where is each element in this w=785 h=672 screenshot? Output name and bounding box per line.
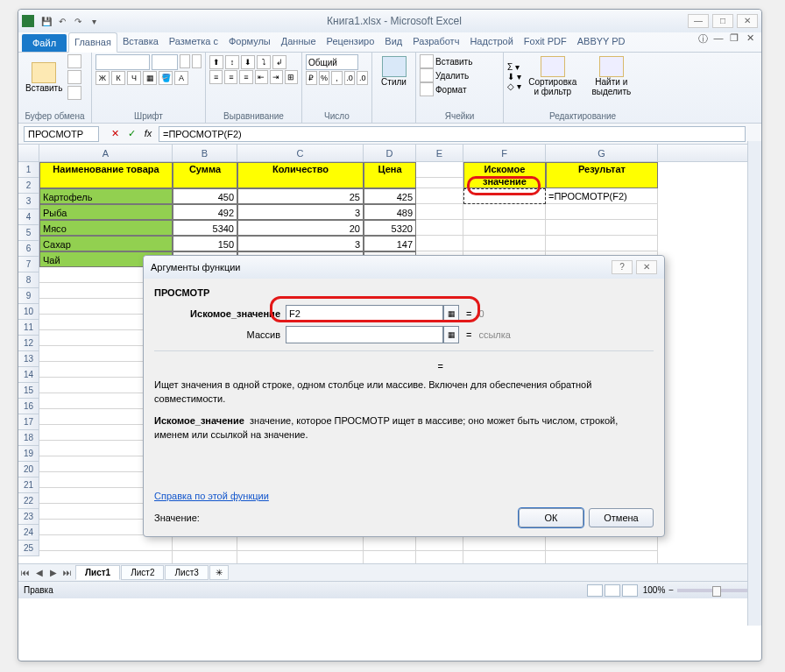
cell[interactable] [237,535,364,551]
col-header[interactable]: C [237,145,364,161]
tab-developer[interactable]: Разработч [407,32,464,52]
clear-icon[interactable]: ◇ ▾ [507,81,521,91]
cell[interactable]: Мясо [39,220,173,236]
cell[interactable]: 489 [364,204,416,220]
undo-icon[interactable]: ↶ [55,14,69,28]
col-header[interactable]: F [463,145,546,161]
italic-button[interactable]: К [111,71,125,85]
help-link[interactable]: Справка по этой функции [154,491,269,501]
cell[interactable]: 20 [237,220,364,236]
cell[interactable]: Количество [237,162,364,188]
row-header[interactable]: 3 [18,194,39,209]
normal-view-icon[interactable] [587,584,603,597]
cell[interactable]: =ПРОСМОТР(F2) [546,188,658,204]
ribbon-help-icon[interactable]: ⓘ [695,32,711,52]
border-button[interactable]: ▦ [143,71,157,85]
comma-icon[interactable]: , [331,71,343,85]
align-left-icon[interactable]: ≡ [209,70,223,84]
cell[interactable] [463,551,546,563]
col-header[interactable]: E [416,145,463,161]
zoom-slider[interactable] [677,589,747,592]
cell[interactable] [173,551,237,563]
formula-bar[interactable]: =ПРОСМОТР(F2) [159,126,746,142]
autosum-icon[interactable]: Σ ▾ [507,62,521,72]
ribbon-min-icon[interactable]: — [711,32,726,52]
cell[interactable] [546,236,658,251]
cell[interactable]: Цена [364,162,416,188]
vertical-scrollbar[interactable] [747,141,761,626]
row-header[interactable]: 7 [18,257,39,272]
cell[interactable]: Искомое значение [463,162,546,188]
dialog-titlebar[interactable]: Аргументы функции ? ✕ [144,256,664,279]
cell[interactable] [416,535,463,551]
bold-button[interactable]: Ж [95,71,110,85]
cell[interactable] [364,551,416,563]
cell[interactable] [416,188,463,204]
cancel-formula-icon[interactable]: ✕ [108,128,122,139]
cell[interactable] [364,535,416,551]
row-header[interactable]: 25 [18,541,39,556]
row-header[interactable]: 20 [18,462,39,477]
last-sheet-icon[interactable]: ⏭ [60,568,74,577]
cut-icon[interactable] [67,54,81,68]
cell[interactable]: 5320 [364,220,416,236]
col-header[interactable]: D [364,145,416,161]
row-header[interactable]: 11 [18,320,39,336]
font-size-input[interactable] [152,54,178,70]
cell[interactable] [463,220,546,236]
cell[interactable] [416,551,463,563]
cell[interactable]: 450 [173,188,237,204]
cell[interactable] [39,535,173,551]
dialog-close-icon[interactable]: ✕ [636,260,657,274]
minimize-button[interactable]: — [688,14,709,28]
shrink-font-icon[interactable] [192,54,202,68]
ribbon-close-icon[interactable]: ✕ [742,32,758,52]
cell[interactable]: 425 [364,188,416,204]
paste-button[interactable]: Вставить [22,60,66,95]
tab-abbyy[interactable]: ABBYY PD [572,32,631,52]
arg-input-array[interactable] [286,326,443,343]
row-header[interactable]: 9 [18,288,39,304]
tab-home[interactable]: Главная [68,32,117,53]
tab-foxit[interactable]: Foxit PDF [519,32,572,52]
row-header[interactable]: 18 [18,430,39,446]
tab-view[interactable]: Вид [379,32,407,52]
tab-layout[interactable]: Разметка с [164,32,223,52]
tab-data[interactable]: Данные [276,32,322,52]
cell[interactable] [39,551,173,563]
file-tab[interactable]: Файл [22,34,67,52]
align-middle-icon[interactable]: ↕ [225,55,239,69]
styles-button[interactable]: Стили [376,54,412,88]
sort-filter-button[interactable]: Сортировка и фильтр [523,54,583,98]
row-header[interactable]: 16 [18,399,39,414]
align-bottom-icon[interactable]: ⬇ [241,55,255,69]
row-header[interactable]: 12 [18,336,39,351]
cell[interactable]: Сахар [39,236,173,251]
align-right-icon[interactable]: ≡ [239,70,252,84]
cell[interactable]: Результат [546,162,658,188]
close-button[interactable]: ✕ [737,14,758,28]
tab-addins[interactable]: Надстрой [464,32,518,52]
page-layout-view-icon[interactable] [605,584,620,597]
find-select-button[interactable]: Найти и выделить [584,54,639,98]
cell[interactable]: Картофель [39,188,173,204]
row-header[interactable]: 4 [18,209,39,225]
col-header[interactable]: G [546,145,658,161]
cell[interactable]: Рыба [39,204,173,220]
row-header[interactable]: 19 [18,446,39,462]
sheet-tab[interactable]: Лист3 [165,565,208,580]
zoom-level[interactable]: 100% [643,585,666,595]
orientation-icon[interactable]: ⤵ [257,55,271,69]
redo-icon[interactable]: ↷ [71,14,85,28]
fill-icon[interactable]: ⬇ ▾ [507,72,521,81]
font-color-button[interactable]: A [174,71,188,85]
dialog-help-icon[interactable]: ? [612,260,633,274]
col-header[interactable]: A [39,145,173,161]
cell[interactable]: 150 [173,236,237,251]
cell[interactable] [463,188,546,204]
cell[interactable]: 5340 [173,220,237,236]
tab-insert[interactable]: Вставка [117,32,164,52]
cancel-button[interactable]: Отмена [589,508,654,527]
percent-icon[interactable]: % [319,71,330,85]
fx-icon[interactable]: fx [141,128,155,139]
